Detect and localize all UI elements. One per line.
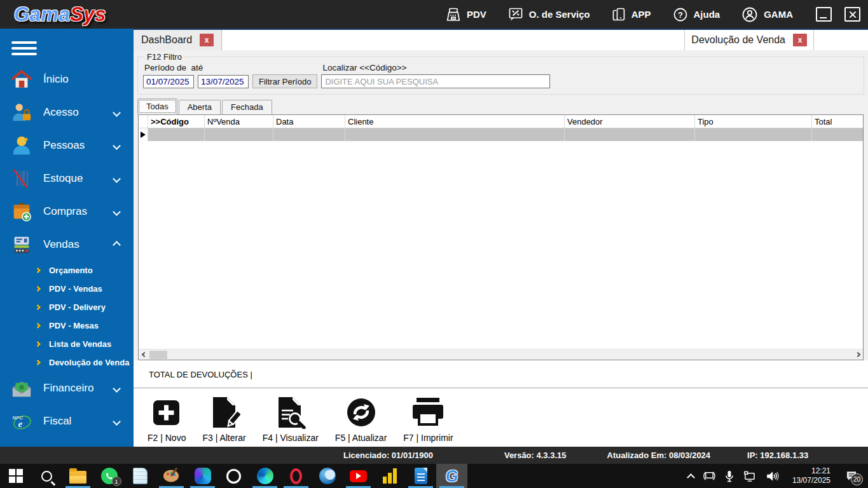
finance-money-icon (10, 377, 33, 400)
menu-app-label: APP (631, 9, 651, 20)
menu-ordem-servico-label: O. de Serviço (529, 9, 590, 20)
sidebar-item-vendas[interactable]: Vendas (0, 228, 134, 261)
col-vendedor[interactable]: Vendedor (565, 115, 695, 128)
taskbar-notepad[interactable] (125, 464, 156, 488)
folder-icon (69, 471, 86, 484)
chevron-down-icon (113, 208, 121, 216)
row-selector-cell (139, 128, 148, 141)
menu-toggle-icon[interactable] (11, 41, 37, 55)
sidebar-item-label: Financeiro (43, 382, 93, 395)
taskbar-chatgpt[interactable] (218, 464, 249, 488)
sidebar-item-inicio[interactable]: Ínicio (0, 63, 134, 96)
imprimir-button[interactable]: F7 | Imprimir (403, 395, 453, 443)
scroll-left-icon[interactable] (139, 349, 149, 360)
sidebar-item-compras[interactable]: Compras (0, 195, 134, 228)
taskbar-powerbi[interactable] (374, 464, 405, 488)
menu-app[interactable]: APP (612, 7, 651, 22)
notification-center[interactable]: 20 (845, 470, 858, 482)
refresh-icon (345, 395, 377, 430)
menu-pdv-label: PDV (467, 9, 486, 20)
total-devolucoes-label: TOTAL DE DEVOLUÇÕES | (134, 360, 868, 388)
sidebar-subitem-pdv-mesas[interactable]: PDV - Mesas (0, 316, 134, 335)
filter-period-button[interactable]: Filtrar Período (252, 74, 317, 88)
date-to-input[interactable] (198, 75, 249, 88)
menu-gama[interactable]: GAMA (741, 6, 793, 23)
logo-sys: Sys (70, 3, 106, 25)
scrollbar-thumb[interactable] (149, 351, 167, 359)
sidebar-item-fiscal[interactable]: NFCe Fiscal (0, 405, 134, 438)
sidebar-item-relatorios[interactable]: Relatórios (0, 438, 134, 447)
col-total[interactable]: Total (812, 115, 863, 128)
visualizar-button[interactable]: F4 | Visualizar (263, 395, 319, 443)
start-button[interactable] (0, 464, 31, 488)
taskbar-file-explorer[interactable] (62, 464, 93, 488)
taskbar-thunderbird[interactable] (312, 464, 343, 488)
tab-close-icon[interactable]: x (200, 34, 214, 46)
menu-ajuda-label: Ajuda (694, 9, 720, 20)
col-codigo[interactable]: >>Código (148, 115, 205, 128)
chevron-right-icon (35, 341, 41, 348)
svg-text:e: e (18, 418, 23, 429)
taskbar-search[interactable] (31, 464, 62, 488)
alterar-button[interactable]: F3 | Alterar (202, 395, 245, 443)
taskbar-edge[interactable] (249, 464, 280, 488)
col-nvenda[interactable]: NºVenda (205, 115, 273, 128)
sidebar-subitem-pdv-vendas[interactable]: PDV - Vendas (0, 280, 134, 298)
volume-icon[interactable] (766, 471, 779, 482)
sidebar-item-acesso[interactable]: Acesso (0, 96, 134, 129)
table-row[interactable] (139, 128, 863, 141)
status-subtabs: Todas Aberta Fechada (137, 98, 868, 114)
tab-dashboard[interactable]: DashBoard x (134, 30, 222, 50)
tab-devolucao-label: Devolução de Venda (691, 34, 785, 46)
col-data[interactable]: Data (273, 115, 345, 128)
taskbar-whatsapp[interactable]: 1 (93, 464, 125, 488)
taskbar-youtube[interactable] (343, 464, 374, 488)
sidebar-item-estoque[interactable]: Estoque (0, 162, 134, 195)
taskbar-libreoffice-writer[interactable] (405, 464, 436, 488)
taskbar-gamasys[interactable]: G (436, 464, 467, 488)
screen-cast-icon[interactable] (703, 470, 715, 482)
screen: GamaSys PDV (0, 0, 868, 488)
network-icon[interactable] (743, 471, 756, 482)
taskbar-copilot[interactable] (187, 464, 218, 488)
menu-ordem-servico[interactable]: O. de Serviço (508, 7, 590, 22)
close-button[interactable] (844, 7, 860, 22)
horizontal-scrollbar[interactable] (139, 349, 863, 360)
sidebar-subitem-orcamento[interactable]: Orçamento (0, 261, 134, 280)
taskbar-clock[interactable]: 12:21 13/07/2025 (792, 466, 830, 485)
col-selector (139, 115, 148, 128)
sidebar-subitem-pdv-delivery[interactable]: PDV - Delivery (0, 298, 134, 316)
grid-header: >>Código NºVenda Data Cliente Vendedor T… (139, 115, 863, 128)
scroll-right-icon[interactable] (852, 349, 863, 360)
col-tipo[interactable]: Tipo (695, 115, 812, 128)
paint-palette-icon (163, 466, 181, 485)
edge-icon (257, 468, 273, 484)
novo-button[interactable]: F2 | Novo (148, 395, 186, 443)
localizar-label: Localizar <<Código>> (322, 63, 550, 72)
sidebar-item-financeiro[interactable]: Financeiro (0, 372, 134, 405)
date-from-input[interactable] (143, 75, 194, 88)
minimize-button[interactable] (816, 7, 832, 22)
taskbar-paint[interactable] (156, 464, 187, 488)
tray-expand-icon[interactable] (687, 473, 695, 482)
menu-ajuda[interactable]: ? Ajuda (673, 7, 720, 22)
tab-close-icon[interactable]: x (793, 34, 807, 46)
user-account-icon (741, 6, 758, 23)
col-cliente[interactable]: Cliente (345, 115, 565, 128)
sidebar-item-pessoas[interactable]: Pessoas (0, 129, 134, 162)
sidebar-subitem-lista-de-vendas[interactable]: Lista de Vendas (0, 335, 134, 353)
mobile-app-icon (612, 7, 626, 22)
microphone-icon[interactable] (725, 470, 734, 482)
whatsapp-badge: 1 (112, 477, 121, 486)
tab-devolucao-de-venda[interactable]: Devolução de Venda x (684, 30, 814, 50)
view-icon (274, 395, 307, 430)
subtab-fechada[interactable]: Fechada (222, 100, 272, 114)
search-input[interactable] (321, 74, 550, 88)
subtab-aberta[interactable]: Aberta (179, 100, 221, 114)
taskbar-opera[interactable] (280, 464, 312, 488)
sidebar-subitem-devolucao-de-venda[interactable]: Devolução de Venda (0, 353, 134, 372)
subtab-todas[interactable]: Todas (137, 98, 177, 114)
atualizar-button[interactable]: F5 | Atualizar (335, 395, 387, 443)
period-label: Período de até (144, 63, 317, 72)
menu-pdv[interactable]: PDV (446, 7, 486, 22)
